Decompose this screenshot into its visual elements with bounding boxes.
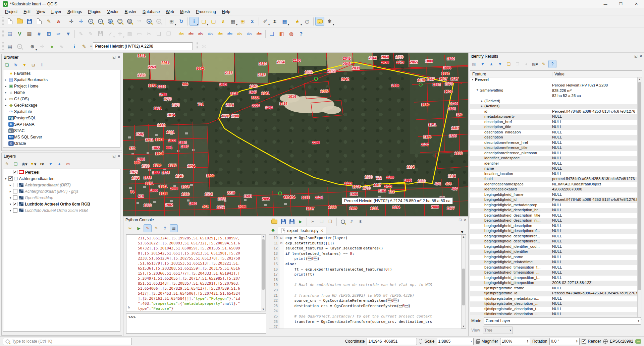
browser-item-c-os-[interactable]: ▸▭C:\ (OS) xyxy=(3,96,120,102)
expander-icon[interactable]: ▾ xyxy=(8,203,13,206)
select-features-button[interactable]: ▢▾ xyxy=(199,17,208,26)
messages-icon[interactable]: ⋯ xyxy=(635,339,641,344)
collapse-all-layers-button[interactable]: ▲ xyxy=(55,160,63,168)
crs-globe-icon[interactable] xyxy=(603,339,608,344)
copy-features-button[interactable]: ❏ xyxy=(154,29,163,38)
layer-visibility-checkbox[interactable] xyxy=(13,189,17,193)
add-group-button[interactable]: ❏ xyxy=(12,160,20,168)
identify-row[interactable]: identifierNULL xyxy=(470,161,642,167)
identify-row[interactable]: begingeldigheid_description_ni...NULL xyxy=(470,218,642,224)
collapse-tree-button[interactable]: ▲ xyxy=(487,60,495,68)
new-print-layout-button[interactable] xyxy=(35,17,44,26)
show-statistical-panel-button[interactable]: ▤ xyxy=(5,42,14,51)
identify-row[interactable]: begingeldigheid_timeposition2008-02-22T1… xyxy=(470,281,642,286)
add-wms-layer-button[interactable]: ▼ xyxy=(64,29,73,38)
statistical-summary-button[interactable]: Σ xyxy=(248,17,257,26)
browser-item-ms-sql-server[interactable]: MSMS SQL Server xyxy=(3,134,120,140)
identify-row[interactable]: ▸(Actions) xyxy=(470,104,642,109)
identify-row[interactable]: idPerceel.ff4784d0-a086-4253-813f-c4c67e… xyxy=(470,109,642,115)
browser-item-stac[interactable]: STSTAC xyxy=(3,127,120,134)
identify-row[interactable]: tijdstipregistratie_description_t...NULL xyxy=(470,307,642,312)
menu-web[interactable]: Web xyxy=(163,9,177,15)
identify-row[interactable]: identifier_codespaceNULL xyxy=(470,156,642,161)
identify-row[interactable]: begingeldigheid_frameNULL xyxy=(470,192,642,198)
save-script-as-button[interactable] xyxy=(288,218,296,226)
identify-row[interactable]: begingeldigheid_descriptionref...NULL xyxy=(470,234,642,239)
map-tips-button[interactable] xyxy=(315,17,324,26)
console-help-button[interactable]: ? xyxy=(161,224,169,232)
close-panel-icon[interactable]: ✕ xyxy=(640,54,642,58)
expander-icon[interactable]: ▸ xyxy=(8,183,13,187)
layer-item-perceel[interactable]: ✔Perceel xyxy=(3,169,120,175)
remove-layer-button[interactable]: ▭ xyxy=(64,160,72,168)
identify-results-table[interactable]: Feature Value ▾Perceel▾SamenvattingPerce… xyxy=(470,70,642,315)
rotate-label-button[interactable]: abc xyxy=(225,29,234,38)
browser-item-spatialite[interactable]: ✑SpatiaLite xyxy=(3,108,120,115)
close-panel-icon[interactable]: ✕ xyxy=(118,154,120,158)
identify-row[interactable]: begingeldigheid_descriptionNULL xyxy=(470,224,642,229)
mouse-position-icon[interactable] xyxy=(419,339,422,344)
layer-visibility-checkbox[interactable]: ✔ xyxy=(8,176,13,181)
minimize-button[interactable]: — xyxy=(598,0,613,8)
whats-this-button[interactable]: i xyxy=(70,42,79,51)
close-tab-icon[interactable]: ✕ xyxy=(320,228,323,233)
float-panel-icon[interactable]: ◱ xyxy=(459,218,462,222)
filter-by-expression-button[interactable]: ε▾ xyxy=(38,160,46,168)
add-spatialite-layer-button[interactable]: ✑ xyxy=(54,29,63,38)
zoom-next-gray-button[interactable]: ▸ xyxy=(15,42,24,51)
identify-row[interactable]: identificatienamespaceNL.IMKAD.Kadastraa… xyxy=(470,182,642,187)
identify-row[interactable]: descriptionreference_titleNULL xyxy=(470,146,642,151)
identify-row[interactable]: tijdstipregistratie_metadatapro...NULL xyxy=(470,296,642,302)
code-editor-area[interactable]: 10111213141516171819202122232425262728 ⊟… xyxy=(269,234,466,329)
browser-item-home[interactable]: ▸⌂Home xyxy=(3,89,120,96)
new-editor-tab-button[interactable]: ⊕ xyxy=(269,226,277,234)
identify-row[interactable]: description_nilreasonNULL xyxy=(470,130,642,135)
refresh-map-button[interactable]: ↻ xyxy=(177,17,186,26)
zoom-native-button[interactable]: 1:1 xyxy=(135,17,144,26)
new-project-button[interactable] xyxy=(5,17,14,26)
open-script-button[interactable] xyxy=(270,218,278,226)
identify-row[interactable]: begingeldigheid_identifier_cod...NULL xyxy=(470,244,642,250)
expander-icon[interactable]: ▾ xyxy=(3,177,8,180)
identify-row[interactable]: begingeldigheid_description_hr...NULL xyxy=(470,208,642,213)
menu-settings[interactable]: Settings xyxy=(64,9,85,15)
identify-help-button[interactable]: ? xyxy=(548,60,556,68)
help-contents-button[interactable]: ? xyxy=(297,29,306,38)
identify-row[interactable]: description_hrefNULL xyxy=(470,120,642,125)
lock-scale-icon[interactable] xyxy=(476,341,480,344)
zoom-next-button[interactable]: ▶ xyxy=(154,17,163,26)
zoom-out-button[interactable]: − xyxy=(96,17,105,26)
browser-item-sap-hana[interactable]: HSAP HANA xyxy=(3,121,120,127)
expander-icon[interactable]: ▸ xyxy=(3,78,8,81)
project-toolbar-config-button[interactable]: ✎ xyxy=(79,42,89,51)
identify-mode-combo[interactable]: Current Layer▾ xyxy=(484,317,641,325)
move-label-button[interactable]: abc xyxy=(216,29,225,38)
select-by-expression-button[interactable]: ε xyxy=(219,17,228,26)
identify-scrollbar[interactable]: ▲ ▼ xyxy=(637,77,642,320)
new-map-view-button[interactable]: ⊞▾ xyxy=(167,17,176,26)
run-script-button[interactable]: ▶ xyxy=(297,218,305,226)
field-calculator-button[interactable]: ⊞ xyxy=(238,17,247,26)
temporal-controller-button[interactable]: ◷ xyxy=(303,17,312,26)
editor-tab[interactable]: export_feature.py ✕ xyxy=(278,227,326,234)
vertex-tool-button[interactable]: ✛▾ xyxy=(115,29,124,38)
identify-row[interactable]: begingeldigheid_descriptionref...NULL xyxy=(470,239,642,244)
layer-item-openstreetmap[interactable]: ▾OpenStreetMap xyxy=(3,194,120,201)
show-editor-button[interactable]: ✎ xyxy=(144,224,152,232)
identify-row[interactable]: tijdstipregistratie_description_...NULL xyxy=(470,301,642,307)
toggle-editing-button[interactable]: ✎ xyxy=(86,29,95,38)
delete-selected-button[interactable]: ▭ xyxy=(135,29,144,38)
zoom-to-selection-button[interactable]: ▢ xyxy=(115,17,124,26)
menu-plugins[interactable]: Plugins xyxy=(85,9,104,15)
scale-combo[interactable]: 1:8865 ▾ xyxy=(437,338,474,345)
identify-row[interactable]: tijdstipregistratie_description_...NULL xyxy=(470,312,642,315)
layer-styling-button[interactable]: ◧ xyxy=(277,29,286,38)
map-theme-button[interactable]: ◍ xyxy=(287,29,296,38)
copy-feature-button[interactable]: ❐ xyxy=(514,60,522,68)
digitize-with-segment-button[interactable]: ∕▾ xyxy=(106,29,115,38)
deselect-features-button[interactable]: ▢ xyxy=(209,17,218,26)
find-text-button[interactable] xyxy=(339,218,347,226)
python-console-output[interactable]: 211,51.651324],[5.199285,51.651029],[5.1… xyxy=(126,234,266,311)
feature-filter-input[interactable] xyxy=(93,42,193,50)
identify-row[interactable]: begingeldigheid_timeposition_...NULL xyxy=(470,270,642,276)
